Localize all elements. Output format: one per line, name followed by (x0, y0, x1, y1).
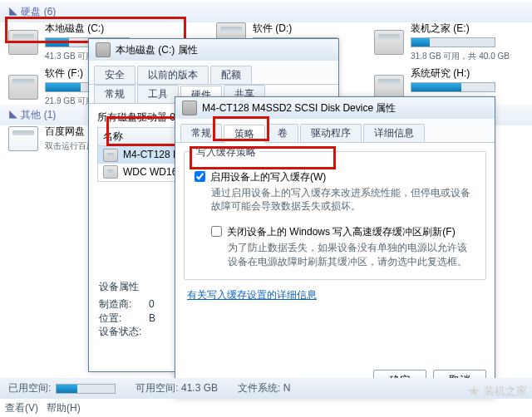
tab-prev-versions[interactable]: 以前的版本 (137, 66, 209, 84)
dev-stat-label: 设备状态: (99, 325, 149, 339)
cloud-icon (8, 126, 38, 151)
checkbox-label: 关闭设备上的 Windows 写入高速缓存缓冲区刷新(F) (227, 225, 456, 239)
stat-used-label: 已用空间: (8, 381, 51, 395)
menu-help[interactable]: 帮助(H) (47, 402, 81, 414)
window-title: 本地磁盘 (C:) 属性 (116, 43, 198, 57)
tab-policy[interactable]: 策略 (224, 125, 265, 143)
drive-label: 装机之家 (E:) (411, 22, 510, 36)
properties-window-device: M4-CT128 M4SSD2 SCSI Disk Device 属性 常规 策… (175, 96, 495, 399)
capacity-bar (411, 82, 495, 92)
hdd-icon (8, 75, 38, 100)
write-cache-help-link[interactable]: 有关写入缓存设置的详细信息 (187, 289, 317, 301)
hdd-icon (182, 101, 197, 115)
hdd-icon (96, 42, 111, 57)
checkbox-label: 启用设备上的写入缓存(W) (210, 170, 326, 184)
dev-mfr: 0 (149, 297, 155, 312)
enable-write-cache-desc: 通过启用设备上的写入缓存来改进系统性能，但停电或设备故障可能会导致数据丢失或损坏… (211, 186, 475, 214)
disable-flush-checkbox[interactable]: 关闭设备上的 Windows 写入高速缓存缓冲区刷新(F) (211, 225, 475, 239)
menu-bar: 查看(V) 帮助(H) (5, 401, 81, 415)
window-title: M4-CT128 M4SSD2 SCSI Disk Device 属性 (202, 101, 396, 115)
tab-details[interactable]: 详细信息 (363, 124, 425, 142)
enable-write-cache-checkbox[interactable]: 启用设备上的写入缓存(W) (195, 170, 475, 184)
tab-volumes[interactable]: 卷 (267, 124, 298, 142)
window-titlebar[interactable]: M4-CT128 M4SSD2 SCSI Disk Device 属性 (175, 97, 495, 119)
stat-avail: 可用空间: 41.3 GB (135, 381, 218, 395)
status-bar: 已用空间: 可用空间: 41.3 GB 文件系统: N (0, 378, 532, 399)
write-cache-group: 写入缓存策略 启用设备上的写入缓存(W) 通过启用设备上的写入缓存来改进系统性能… (184, 151, 486, 280)
dev-mfr-label: 制造商: (99, 297, 149, 312)
checkbox-input[interactable] (211, 226, 222, 237)
window-titlebar[interactable]: 本地磁盘 (C:) 属性 (89, 39, 338, 61)
tab-driver[interactable]: 驱动程序 (300, 124, 362, 142)
tab-general[interactable]: 常规 (180, 124, 222, 142)
tab-quota[interactable]: 配额 (210, 66, 252, 84)
dev-loc: B (149, 312, 155, 326)
hdd-icon (8, 30, 38, 55)
drive-label: 软件 (D:) (253, 22, 337, 36)
disable-flush-desc: 为了防止数据丢失，如果设备没有单独的电源以允许该设备在电源故障时刷新其缓冲区，请… (228, 241, 475, 269)
drive-label: 本地磁盘 (C:) (45, 22, 130, 36)
dev-loc-label: 位置: (99, 312, 149, 326)
other-label: 百度网盘 (45, 125, 95, 139)
menu-view[interactable]: 查看(V) (5, 402, 38, 414)
hdd-icon (103, 165, 118, 179)
tabs: 常规 策略 卷 驱动程序 详细信息 (175, 119, 495, 143)
tabs-row1: 安全 以前的版本 配额 (89, 61, 338, 85)
drives-section-header: ◣ 硬盘 (6) (0, 2, 532, 22)
capacity-bar (411, 37, 495, 47)
drive-e[interactable]: 装机之家 (E:) 31.8 GB 可用，共 40.0 GB (374, 22, 532, 63)
stat-fs: 文件系统: N (238, 381, 290, 395)
drive-label: 系统研究 (H:) (411, 66, 495, 81)
checkbox-input[interactable] (195, 171, 205, 182)
tab-tools[interactable]: 工具 (137, 85, 179, 103)
other-sub: 双击运行百度 (45, 141, 95, 150)
tab-general[interactable]: 常规 (94, 85, 135, 103)
tab-security[interactable]: 安全 (94, 66, 135, 84)
drive-sub: 31.8 GB 可用，共 40.0 GB (411, 52, 510, 61)
hdd-icon (103, 149, 118, 162)
drive-sub: 41.3 GB 可用 (45, 52, 94, 61)
device-props-header: 设备属性 (99, 280, 155, 294)
hdd-icon (374, 30, 404, 55)
group-legend: 写入缓存策略 (193, 145, 259, 159)
